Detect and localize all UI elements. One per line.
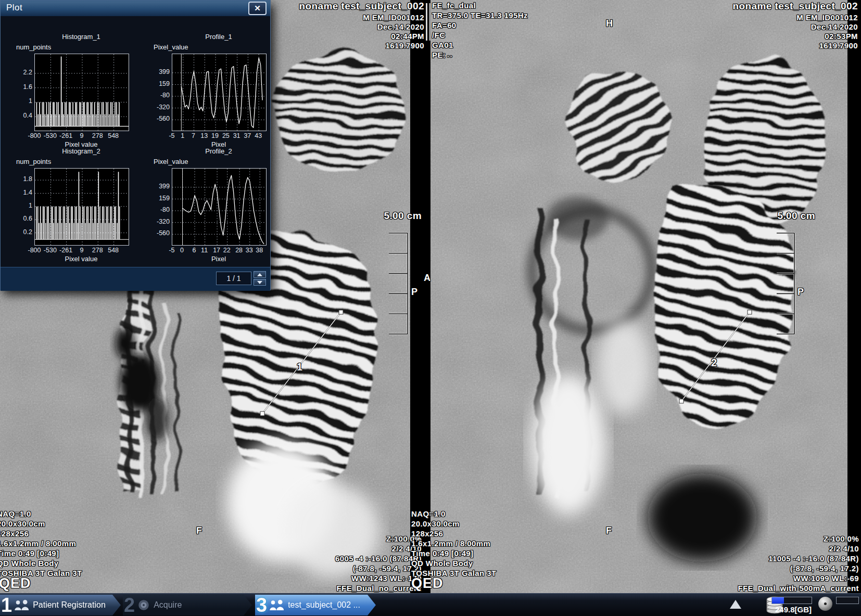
tab-label: Acquire [154, 600, 182, 610]
axis-tick-label: -261 [59, 132, 72, 139]
axis-tick-label: 159 [153, 80, 170, 87]
study-date-right: Dec.14.2020 [811, 22, 858, 32]
pe-direction: PE:↔ [432, 50, 454, 60]
study-number-right: 1619.7900 [819, 41, 858, 50]
axis-tick-label: 7 [192, 132, 195, 139]
overlay-line: NAQ=1.0 [0, 509, 82, 519]
overlay-line: /FC [432, 30, 528, 40]
scan-info-right: NAQ=1.020.0x30.0cm128x2561.6x1.2mm / 8.0… [411, 509, 496, 578]
study-time-right: 02:53PM [825, 31, 858, 41]
overlay-line: QD Whole Body [0, 558, 82, 568]
orientation-p-left: P [411, 287, 417, 297]
overlay-line: Time 0:49 [0:49] [0, 548, 82, 558]
patients-icon [269, 600, 285, 610]
trackball-icon [818, 597, 832, 611]
tab-number: 3 [256, 595, 267, 615]
page-up-button[interactable] [254, 271, 266, 278]
overlay-line: 20.0x30.0cm [411, 519, 496, 529]
patients-icon [14, 600, 30, 610]
study-number-left: 1619.7900 [385, 41, 424, 50]
application-window: noname test_subject_002 M EM_ID001012 De… [0, 0, 861, 616]
axis-tick-label: 1 [15, 97, 32, 105]
axis-tick-label: 19 [211, 132, 219, 139]
histogram-2-plot [34, 168, 129, 246]
axis-tick-label: -560 [153, 229, 170, 237]
chart-ylabel: Pixel_value [154, 43, 188, 51]
acquire-icon [137, 599, 150, 611]
overlay-line: NAQ=1.0 [411, 509, 496, 519]
chart-xlabel: Pixel [172, 255, 265, 263]
patient-id-left: M EM_ID001012 [363, 12, 424, 22]
overlay-line: 1.6x1.2mm / 8.00mm [411, 538, 496, 548]
tab-test-subject[interactable]: 3 test_subject_002 ... [255, 595, 376, 615]
axis-tick-label: 0.6 [15, 215, 32, 222]
axis-tick-label: -80 [153, 92, 170, 99]
close-icon[interactable]: ✕ [248, 2, 267, 15]
chart-title: Histogram_1 [34, 33, 128, 41]
tab-number: 2 [124, 595, 135, 615]
axis-tick-label: -800 [28, 247, 41, 254]
profile-1-plot [172, 54, 267, 131]
study-time-left: 02:44PM [391, 31, 424, 41]
page-indicator: 1 / 1 [216, 272, 251, 285]
qed-logo-left: QED [0, 576, 31, 591]
overlay-line: 2/2 4/10 [335, 544, 422, 554]
storage-label: 249.8[GB] [768, 605, 818, 614]
plot-dialog-titlebar[interactable]: Plot [1, 1, 270, 16]
tab-label: Patient Registration [33, 600, 106, 610]
tab-acquire[interactable]: 2 Acquire [123, 595, 252, 615]
axis-tick-label: -560 [153, 115, 170, 122]
overlay-line: QD Whole Body [411, 558, 496, 568]
axis-tick-label: -800 [28, 132, 41, 139]
orientation-a-right: A [424, 273, 430, 283]
scan-info-left: NAQ=1.020.0x30.0cm128x2561.6x1.2mm / 8.0… [0, 509, 82, 578]
chevron-up-icon [257, 273, 262, 276]
axis-tick-label: -80 [153, 206, 170, 213]
plot-dialog-title: Plot [6, 3, 22, 13]
profile-2-plot [172, 168, 267, 246]
overlay-line: GA01 [432, 40, 528, 50]
axis-tick-label: 159 [153, 195, 170, 202]
histogram-1-plot [34, 54, 129, 131]
chart-title: Profile_2 [172, 147, 265, 155]
axis-tick-label: 17 [213, 247, 220, 254]
measure-handle[interactable] [260, 412, 264, 416]
measure-handle[interactable] [679, 399, 683, 403]
axis-tick-label: 9 [80, 132, 84, 139]
mri-image-right[interactable] [430, 0, 847, 593]
axis-tick-label: 548 [108, 132, 119, 139]
page-down-button[interactable] [254, 279, 266, 286]
axis-tick-label: 399 [153, 183, 170, 190]
measure-handle[interactable] [339, 310, 343, 314]
orientation-f-left: F [196, 526, 202, 536]
measure-label-2: 2 [711, 358, 717, 368]
overlay-line: (-87.8, -59.4, 17.2) [335, 563, 422, 573]
chevron-down-icon [257, 281, 262, 284]
scroll-up-icon[interactable] [730, 600, 741, 609]
axis-tick-label: -530 [44, 247, 57, 254]
axis-tick-label: 22 [223, 247, 231, 254]
tab-patient-registration[interactable]: 1 Patient Registration [0, 595, 121, 615]
axis-tick-label: -320 [153, 218, 170, 225]
profile-1-chart: Profile_1 Pixel_value Pixel -51713192531… [153, 33, 272, 153]
axis-tick-label: 6 [193, 247, 196, 254]
pe-arrow-icon: ↔ [446, 50, 453, 59]
tab-label: test_subject_002 ... [288, 600, 360, 610]
overlay-line: WW:1243 WL:-170 [335, 573, 422, 583]
axis-tick-label: 31 [233, 132, 240, 139]
overlay-line: FE_fc_dual [432, 1, 528, 10]
measure-handle[interactable] [748, 310, 752, 314]
overlay-line: Z:100.0% [335, 534, 422, 544]
overlay-line: 128x256 [0, 529, 82, 538]
chart-ylabel: Pixel_value [154, 158, 188, 165]
orientation-h-right: H [606, 19, 613, 29]
patient-name-right: noname test_subject_002 [733, 1, 858, 12]
mri-image-right-art [430, 0, 847, 593]
overlay-line: FFE_Dual_no_current [335, 583, 422, 593]
axis-tick-label: 1.8 [15, 175, 32, 183]
axis-tick-label: 278 [92, 247, 103, 254]
measure-label-1: 1 [297, 362, 303, 372]
axis-tick-label: 9 [80, 247, 84, 254]
overlay-line: TR=375.0 TE=31.3 195Hz [432, 10, 528, 20]
overlay-line: Z:100.0% [738, 534, 859, 544]
